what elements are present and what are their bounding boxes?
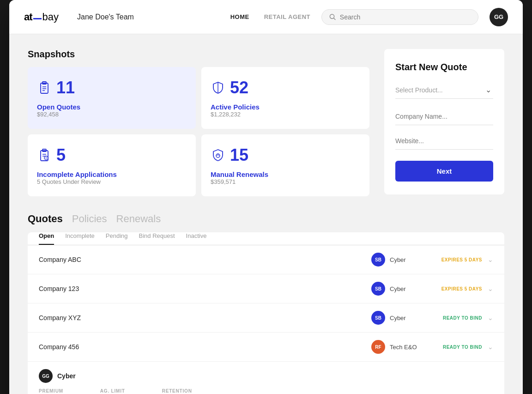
snapshot-number-active: 52 xyxy=(211,78,360,97)
status-badge: READY TO BIND xyxy=(427,345,482,350)
clipboard-icon xyxy=(37,80,52,95)
company-name: Company 123 xyxy=(39,285,371,292)
logo-bay: bay xyxy=(42,11,59,23)
nav-home[interactable]: HOME xyxy=(230,13,249,20)
status-badge: EXPIRES 5 DAYS xyxy=(427,286,482,291)
active-policies-number: 52 xyxy=(230,78,248,97)
nav-retail[interactable]: RETAIL AGENT xyxy=(264,13,310,20)
logo: at bay xyxy=(24,11,59,23)
new-quote-card: Start New Quote Select Product... Cyber … xyxy=(384,49,504,194)
open-quotes-number: 11 xyxy=(56,78,75,97)
col-retention: RETENTION xyxy=(162,388,192,394)
snapshot-number-open: 11 xyxy=(37,78,187,97)
snapshot-active-policies[interactable]: 52 Active Policies $1,228,232 xyxy=(201,67,369,129)
main-tabs: Quotes Policies Renewals xyxy=(28,213,504,225)
incomplete-number: 5 xyxy=(56,145,66,165)
chevron-down-icon: ⌄ xyxy=(488,285,493,292)
product-type: Cyber xyxy=(390,315,427,321)
snapshots-area: Snapshots 11 xyxy=(28,49,369,196)
open-quotes-label: Open Quotes xyxy=(37,103,187,111)
svg-line-1 xyxy=(334,18,335,19)
col-premium: PREMIUM xyxy=(39,388,63,394)
expanded-header: GG Cyber xyxy=(39,369,493,383)
company-name-input[interactable] xyxy=(395,108,493,125)
subtab-inactive[interactable]: Inactive xyxy=(186,232,207,245)
subtab-pending[interactable]: Pending xyxy=(106,232,128,245)
expanded-avatar: GG xyxy=(39,369,53,383)
table-row[interactable]: Company 456 RF Tech E&O READY TO BIND ⌄ xyxy=(28,333,504,362)
tab-renewals[interactable]: Renewals xyxy=(116,213,161,225)
chevron-down-icon: ⌄ xyxy=(488,314,493,321)
product-type: Tech E&O xyxy=(390,344,427,351)
incomplete-sub: 5 Quotes Under Review xyxy=(37,178,187,185)
product-type: Cyber xyxy=(390,285,427,292)
app-window: at bay Jane Doe's Team HOME RETAIL AGENT… xyxy=(9,0,523,394)
renewal-icon xyxy=(211,148,225,163)
company-name: Company XYZ xyxy=(39,314,371,321)
avatar[interactable]: GG xyxy=(490,8,508,26)
subtab-open[interactable]: Open xyxy=(39,232,54,245)
incomplete-label: Incomplete Applications xyxy=(37,170,187,178)
table-row[interactable]: Company XYZ SB Cyber READY TO BIND ⌄ xyxy=(28,303,504,333)
chevron-down-icon: ⌄ xyxy=(488,256,493,263)
status-badge: READY TO BIND xyxy=(427,315,482,321)
product-type: Cyber xyxy=(390,256,427,263)
subtab-incomplete[interactable]: Incomplete xyxy=(65,232,95,245)
tabs-section: Quotes Policies Renewals Open Incomplete… xyxy=(28,213,504,394)
next-button[interactable]: Next xyxy=(395,161,493,182)
new-quote-area: Start New Quote Select Product... Cyber … xyxy=(384,49,504,196)
top-section: Snapshots 11 xyxy=(28,49,504,196)
new-quote-title: Start New Quote xyxy=(395,62,493,73)
col-ag-limit: AG. LIMIT xyxy=(100,388,125,394)
team-name: Jane Doe's Team xyxy=(77,13,134,21)
snapshot-manual-renewals[interactable]: 15 Manual Renewals $359,571 xyxy=(201,134,369,196)
snapshot-open-quotes[interactable]: 11 Open Quotes $92,458 xyxy=(28,67,196,129)
search-icon xyxy=(329,13,336,21)
header: at bay Jane Doe's Team HOME RETAIL AGENT… xyxy=(9,0,523,34)
sub-tabs: Open Incomplete Pending Bind Request Ina… xyxy=(28,232,504,245)
subtab-bind-request[interactable]: Bind Request xyxy=(139,232,175,245)
search-input[interactable] xyxy=(340,13,471,21)
active-policies-sub: $1,228,232 xyxy=(211,111,360,118)
agent-avatar: SB xyxy=(371,282,385,296)
incomplete-icon xyxy=(37,148,52,163)
product-select[interactable]: Select Product... Cyber Tech E&O xyxy=(395,82,493,99)
select-wrapper: Select Product... Cyber Tech E&O xyxy=(395,82,493,106)
agent-avatar: RF xyxy=(371,340,385,354)
active-policies-label: Active Policies xyxy=(211,103,360,111)
shield-icon xyxy=(211,80,225,95)
company-name: Company 456 xyxy=(39,343,371,351)
svg-rect-2 xyxy=(41,83,48,93)
table-row[interactable]: Company ABC SB Cyber EXPIRES 5 DAYS ⌄ xyxy=(28,245,504,274)
snapshot-number-renewals: 15 xyxy=(211,145,360,165)
expanded-product: Cyber xyxy=(57,372,76,380)
website-input[interactable] xyxy=(395,133,493,150)
tab-policies[interactable]: Policies xyxy=(72,213,107,225)
agent-avatar: SB xyxy=(371,311,385,325)
renewals-label: Manual Renewals xyxy=(211,170,360,178)
expanded-cols: PREMIUM AG. LIMIT RETENTION xyxy=(39,388,493,394)
snapshot-number-incomplete: 5 xyxy=(37,145,187,165)
status-badge: EXPIRES 5 DAYS xyxy=(427,257,482,262)
company-name: Company ABC xyxy=(39,256,371,263)
search-bar[interactable] xyxy=(321,9,478,25)
main-content: Snapshots 11 xyxy=(9,34,523,394)
quotes-table: Open Incomplete Pending Bind Request Ina… xyxy=(28,232,504,394)
renewals-number: 15 xyxy=(230,145,248,165)
open-quotes-sub: $92,458 xyxy=(37,111,187,118)
renewals-sub: $359,571 xyxy=(211,178,360,185)
nav-links: HOME RETAIL AGENT xyxy=(230,13,310,20)
snapshot-grid: 11 Open Quotes $92,458 52 xyxy=(28,67,369,196)
logo-at: at xyxy=(24,11,32,23)
snapshots-title: Snapshots xyxy=(28,49,369,60)
svg-point-14 xyxy=(216,154,220,158)
table-row[interactable]: Company 123 SB Cyber EXPIRES 5 DAYS ⌄ xyxy=(28,274,504,303)
agent-avatar: SB xyxy=(371,253,385,267)
expanded-row: GG Cyber PREMIUM AG. LIMIT RETENTION xyxy=(28,362,504,394)
snapshot-incomplete[interactable]: 5 Incomplete Applications 5 Quotes Under… xyxy=(28,134,196,196)
chevron-down-icon: ⌄ xyxy=(488,343,493,351)
tab-quotes[interactable]: Quotes xyxy=(28,213,63,225)
